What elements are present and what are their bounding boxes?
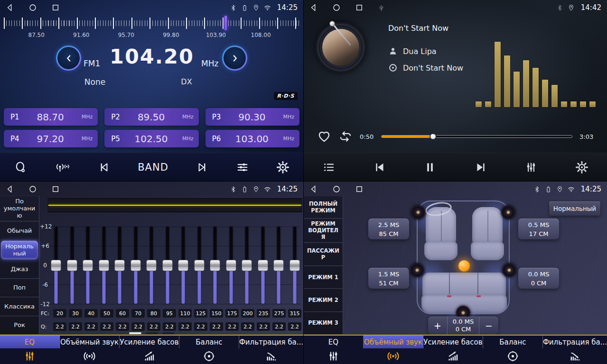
tune-next-icon[interactable] [196,161,209,174]
preset-button-p6[interactable]: P6103.00MHz [205,130,299,147]
playlist-icon[interactable] [322,161,336,174]
tab-crossover-filter[interactable]: Фильтрация ба... [239,336,303,364]
recents-icon[interactable] [355,3,364,12]
eq-slider-handle[interactable] [131,260,141,271]
broadcast-icon[interactable] [54,161,70,174]
preset-button-p2[interactable]: P289.50MHz [104,108,198,126]
seek-up-button[interactable] [222,46,247,71]
tab-surround-sound[interactable]: Объёмный звук [364,336,423,364]
back-icon[interactable] [6,185,14,193]
band-button[interactable]: BAND [138,162,168,173]
tab-surround-sound[interactable]: Объёмный звук [60,336,120,364]
front-left-speaker-icon[interactable] [411,205,425,219]
home-icon[interactable] [28,185,37,193]
tune-previous-icon[interactable] [97,161,111,174]
eq-band-slider[interactable] [114,227,125,304]
listening-mode-item[interactable]: РЕЖИМ 1 [304,266,343,289]
repeat-icon[interactable] [338,129,353,144]
front-right-delay-button[interactable]: 0.5 MS 17 CM [518,218,559,239]
tab-balance[interactable]: Баланс [483,336,543,364]
eq-slider-handle[interactable] [146,260,157,271]
rear-right-speaker-icon[interactable] [502,263,516,277]
eq-slider-handle[interactable] [67,260,77,271]
progress-bar[interactable] [381,135,572,138]
previous-track-icon[interactable] [373,161,386,174]
seek-down-button[interactable] [56,46,81,71]
front-right-speaker-icon[interactable] [501,205,515,219]
eq-band-slider[interactable] [177,227,189,304]
home-icon[interactable] [28,3,37,12]
tab-bass-boost[interactable]: Усиление басов [120,336,179,364]
eq-band-slider[interactable] [82,227,93,304]
equalizer-icon[interactable] [236,161,249,174]
preset-button-p1[interactable]: P188.70MHz [4,108,98,126]
eq-slider-handle[interactable] [194,260,205,271]
eq-preset-item[interactable]: По умолчанию [0,196,39,221]
front-left-delay-button[interactable]: 2.5 MS 85 CM [368,218,409,239]
eq-band-slider[interactable] [273,227,284,304]
back-icon[interactable] [309,3,318,12]
eq-slider-handle[interactable] [99,260,109,271]
eq-band-slider[interactable] [225,227,237,304]
eq-slider-handle[interactable] [83,260,93,271]
tuner-pointer[interactable] [224,16,227,30]
eq-band-slider[interactable] [66,227,78,304]
eq-preset-item[interactable]: Поп [0,279,39,298]
eq-slider-handle[interactable] [51,260,61,271]
settings-icon[interactable] [575,161,588,174]
home-icon[interactable] [332,185,341,193]
eq-slider-handle[interactable] [258,260,268,271]
settings-icon[interactable] [276,161,289,174]
eq-slider-handle[interactable] [273,260,284,271]
recents-icon[interactable] [355,185,364,193]
next-track-icon[interactable] [474,161,487,174]
listening-mode-item[interactable]: ПАССАЖИР [304,243,343,265]
eq-band-slider[interactable] [162,227,173,304]
listening-mode-item[interactable]: ПОЛНЫЙ РЕЖИМ [304,196,343,218]
listening-position-marker[interactable] [458,260,470,272]
tuner-scale[interactable]: 87.5091.6095.7099.80103.90108.00 [0,16,303,39]
eq-slider-handle[interactable] [162,260,173,271]
preset-button-p4[interactable]: P497.20MHz [4,130,98,147]
eq-band-slider[interactable] [289,227,300,304]
eq-band-slider[interactable] [194,227,205,304]
tab-bass-boost[interactable]: Усиление басов [423,336,483,364]
eq-band-slider[interactable] [146,227,157,304]
eq-preset-item[interactable]: Обычай [0,221,39,240]
recents-icon[interactable] [51,3,60,12]
back-icon[interactable] [6,3,14,12]
listening-mode-item[interactable]: РЕЖИМ 3 [304,312,343,335]
eq-preset-item[interactable]: Классика [0,297,39,316]
eq-slider-handle[interactable] [210,260,220,271]
decrease-delay-button[interactable]: − [479,317,498,335]
back-icon[interactable] [309,185,318,193]
pause-icon[interactable] [423,161,437,174]
rear-left-speaker-icon[interactable] [410,263,424,277]
preset-button-p3[interactable]: P390.30MHz [205,108,299,126]
favorite-icon[interactable] [317,129,331,144]
tab-crossover-filter[interactable]: Фильтрация ба... [543,336,607,364]
eq-band-slider[interactable] [241,227,252,304]
eq-band-slider[interactable] [257,227,269,304]
rear-right-delay-button[interactable]: 0.0 MS 0 CM [518,268,559,289]
eq-band-slider[interactable] [209,227,221,304]
eq-band-slider[interactable] [98,227,110,304]
eq-slider-handle[interactable] [114,260,125,271]
eq-preset-item[interactable]: Рок [0,316,39,335]
progress-knob[interactable] [430,133,437,140]
eq-preset-item[interactable]: Нормальный [1,241,38,260]
eq-band-slider[interactable] [50,227,62,304]
increase-delay-button[interactable]: + [428,317,447,335]
recents-icon[interactable] [51,185,60,193]
preset-button-p5[interactable]: P5102.50MHz [104,130,198,147]
tab-balance[interactable]: Баланс [179,336,239,364]
scan-icon[interactable] [14,161,27,174]
eq-slider-handle[interactable] [289,260,300,271]
equalizer-icon[interactable] [524,161,538,174]
eq-slider-handle[interactable] [242,260,252,271]
tab-eq[interactable]: EQ [0,336,60,364]
tab-eq[interactable]: EQ [304,336,364,364]
home-icon[interactable] [332,3,341,12]
eq-preset-item[interactable]: Джаз [0,260,39,279]
eq-slider-handle[interactable] [178,260,188,271]
